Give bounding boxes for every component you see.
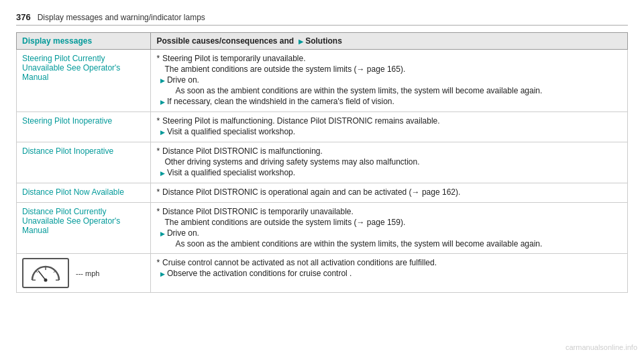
star-item: *Steering Pilot is temporarily unavailab…: [156, 54, 622, 63]
svg-point-1: [44, 279, 48, 282]
message-cell: Distance Pilot Currently Unavailable See…: [17, 203, 151, 254]
causes-cell: *Distance Pilot DISTRONIC is temporarily…: [151, 203, 628, 254]
causes-cell: *Cruise control cannot be activated as n…: [151, 254, 628, 293]
star-item: *Distance Pilot DISTRONIC is malfunction…: [156, 146, 622, 156]
col1-header: Display messages: [17, 33, 151, 50]
message-cell: Steering Pilot Currently Unavailable See…: [17, 50, 151, 112]
causes-cell: *Steering Pilot is malfunctioning. Dista…: [151, 112, 628, 142]
star-item: *Distance Pilot DISTRONIC is operational…: [156, 187, 622, 197]
arrow-sub-text: As soon as the ambient conditions are wi…: [156, 86, 622, 95]
main-table: Display messages Possible causes/consequ…: [16, 32, 628, 293]
message-cell: Steering Pilot Inoperative: [17, 112, 151, 142]
table-row: Distance Pilot Inoperative*Distance Pilo…: [17, 142, 628, 183]
sub-text: The ambient conditions are outside the s…: [156, 64, 622, 74]
table-row: Distance Pilot Now Available*Distance Pi…: [17, 183, 628, 203]
message-cell: --- mph: [17, 254, 151, 293]
arrow-item: Visit a qualified specialist workshop.: [156, 168, 622, 177]
message-cell: Distance Pilot Now Available: [17, 183, 151, 203]
page-title: Display messages and warning/indicator l…: [38, 13, 205, 22]
arrow-item: Drive on.: [156, 228, 622, 238]
speedometer-icon: [29, 261, 62, 285]
arrow-item: Visit a qualified specialist workshop.: [156, 127, 622, 136]
sub-text: The ambient conditions are outside the s…: [156, 218, 622, 227]
page-header: 376 Display messages and warning/indicat…: [16, 12, 628, 26]
page-number: 376: [16, 12, 31, 22]
star-item: *Steering Pilot is malfunctioning. Dista…: [156, 116, 622, 126]
arrow-sub-text: As soon as the ambient conditions are wi…: [156, 239, 622, 249]
arrow-item: If necessary, clean the windshield in th…: [156, 97, 622, 106]
star-item: *Distance Pilot DISTRONIC is temporarily…: [156, 207, 622, 216]
table-row: Steering Pilot Inoperative*Steering Pilo…: [17, 112, 628, 142]
table-row: Steering Pilot Currently Unavailable See…: [17, 50, 628, 112]
causes-cell: *Distance Pilot DISTRONIC is malfunction…: [151, 142, 628, 183]
causes-cell: *Distance Pilot DISTRONIC is operational…: [151, 183, 628, 203]
speedometer-cell: --- mph: [22, 258, 145, 288]
message-cell: Distance Pilot Inoperative: [17, 142, 151, 183]
arrow-item: Observe the activation conditions for cr…: [156, 269, 622, 278]
arrow-item: Drive on.: [156, 75, 622, 85]
causes-cell: *Steering Pilot is temporarily unavailab…: [151, 50, 628, 112]
speedometer-box: [22, 258, 69, 288]
table-row: --- mph*Cruise control cannot be activat…: [17, 254, 628, 293]
mph-label: --- mph: [76, 269, 99, 277]
star-item: *Cruise control cannot be activated as n…: [156, 258, 622, 267]
svg-line-0: [38, 271, 46, 280]
table-row: Distance Pilot Currently Unavailable See…: [17, 203, 628, 254]
sub-text: Other driving systems and driving safety…: [156, 157, 622, 167]
col2-header: Possible causes/consequences and ▶ Solut…: [151, 33, 628, 50]
